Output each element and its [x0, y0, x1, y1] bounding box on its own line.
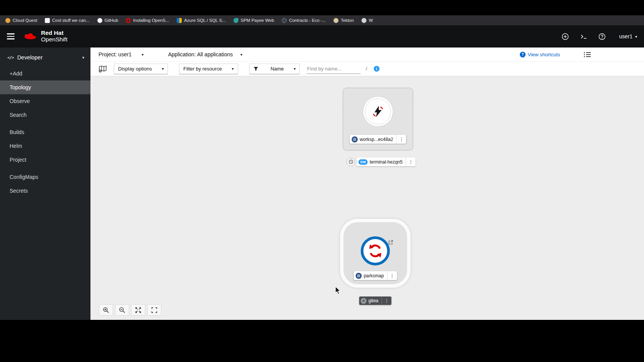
- brand-text: Red Hat OpenShift: [41, 30, 67, 43]
- kebab-menu-icon[interactable]: ⋮: [406, 157, 416, 166]
- devworkspace-badge: DW: [358, 159, 368, 165]
- bookmark-azure-sql[interactable]: Azure SQL / SQL S...: [177, 18, 225, 23]
- zoom-in-button[interactable]: [99, 304, 113, 316]
- nav-toggle-icon[interactable]: [7, 33, 15, 39]
- application-dropdown[interactable]: Application: All applications ▾: [168, 51, 242, 57]
- fit-to-screen-button[interactable]: [131, 304, 145, 316]
- bookmark-cloud-quest[interactable]: Cloud Quest: [5, 18, 37, 23]
- display-options-dropdown[interactable]: Display options ▾: [114, 64, 168, 74]
- kebab-menu-icon[interactable]: ⋮: [381, 296, 391, 305]
- name-filter-dropdown[interactable]: Name ▾: [249, 64, 300, 74]
- project-dropdown-label: Project: user1: [99, 51, 131, 57]
- help-icon[interactable]: [598, 33, 606, 40]
- list-view-icon[interactable]: [584, 52, 591, 57]
- workspace-node-label[interactable]: D worksp...ec48a2 ⋮: [350, 135, 406, 144]
- project-dropdown[interactable]: Project: user1 ▾: [99, 51, 143, 57]
- globe-icon: [361, 18, 366, 23]
- bookmark-label: W: [369, 18, 373, 23]
- bookmark-installing-openshift[interactable]: Installing OpenS...: [126, 18, 169, 23]
- chevron-down-icon: ▾: [141, 52, 143, 57]
- bookmark-spm-payee[interactable]: SPM Payee Web: [233, 18, 274, 23]
- bookmark-contracts[interactable]: Contracts - Eco -...: [282, 18, 326, 23]
- sidebar-item-helm[interactable]: Helm: [0, 139, 90, 153]
- user-menu[interactable]: user1 ▾: [619, 33, 637, 39]
- bookmark-favicon: [5, 18, 10, 23]
- mouse-cursor: [335, 286, 342, 296]
- chevron-down-icon: ▾: [294, 67, 296, 71]
- context-bar: Project: user1 ▾ Application: All applic…: [90, 48, 644, 62]
- topology-control-bar: [99, 304, 161, 316]
- lightning-bolt-icon: [371, 105, 384, 118]
- workspace-node-name: worksp...ec48a2: [360, 137, 393, 142]
- redhat-openshift-logo: Red Hat OpenShift: [24, 30, 67, 43]
- info-icon[interactable]: i: [374, 66, 380, 72]
- bookmark-label: Cloud Quest: [13, 18, 37, 23]
- browser-bookmarks-bar: Cloud Quest Cool stuff we can... GitHub …: [0, 15, 644, 25]
- rolling-update-icon: [367, 243, 383, 259]
- web-terminal-icon[interactable]: [580, 33, 588, 40]
- github-icon: [97, 18, 102, 23]
- export-application-icon[interactable]: [98, 65, 107, 73]
- sidebar-item-builds[interactable]: Builds: [0, 125, 90, 139]
- application-badge: A: [361, 298, 366, 304]
- bookmark-label: SPM Payee Web: [241, 18, 274, 23]
- slash-shortcut-hint: /: [366, 66, 367, 72]
- sidebar-item-configmaps[interactable]: ConfigMaps: [0, 170, 90, 184]
- masthead-toolbar: user1 ▾: [562, 33, 637, 40]
- application-dropdown-label: Application: All applications: [168, 51, 233, 57]
- perspective-switcher[interactable]: </> Developer ▾: [0, 48, 90, 67]
- chevron-down-icon: ▾: [635, 34, 637, 39]
- view-shortcuts-link[interactable]: ? View shortcuts: [520, 52, 560, 57]
- masthead: Red Hat OpenShift user1 ▾: [0, 25, 644, 48]
- perspective-label: Developer: [17, 54, 43, 61]
- deployment-badge: D: [356, 273, 362, 279]
- display-options-label: Display options: [118, 66, 152, 72]
- sidebar-item-search[interactable]: Search: [0, 108, 90, 122]
- bookmark-favicon: [177, 18, 182, 23]
- sidebar-item-topology[interactable]: Topology: [0, 80, 90, 94]
- quick-create-icon[interactable]: [562, 33, 569, 40]
- find-by-name-input[interactable]: [306, 64, 361, 74]
- bookmark-label: Azure SQL / SQL S...: [184, 18, 225, 23]
- kebab-menu-icon[interactable]: ⋮: [396, 135, 406, 144]
- terminal-node-row: DW terminal-hezqn5 ⋮: [347, 157, 416, 166]
- workspace-node-circle[interactable]: [363, 96, 393, 127]
- topology-canvas[interactable]: D worksp...ec48a2 ⋮ DW terminal-hezqn5 ⋮: [90, 76, 644, 320]
- filter-by-resource-dropdown[interactable]: Filter by resource ▾: [179, 64, 238, 74]
- workspace-node[interactable]: D worksp...ec48a2 ⋮: [343, 88, 413, 151]
- brand-red-hat: Red Hat: [41, 30, 67, 36]
- sidebar-item-add[interactable]: +Add: [0, 67, 90, 80]
- zoom-out-button[interactable]: [115, 304, 129, 316]
- parksmap-node-label[interactable]: D parksmap ⋮: [354, 271, 397, 280]
- reset-view-button[interactable]: [147, 304, 161, 316]
- sidebar-item-project[interactable]: Project: [0, 153, 90, 167]
- bookmark-cool-stuff[interactable]: Cool stuff we can...: [45, 18, 90, 23]
- chevron-down-icon: ▾: [82, 55, 84, 60]
- app-frame: </> Developer ▾ +Add Topology Observe Se…: [0, 48, 644, 320]
- sidebar: </> Developer ▾ +Add Topology Observe Se…: [0, 48, 90, 320]
- question-circle-icon: ?: [520, 52, 526, 57]
- bookmark-label: Tekton: [341, 18, 354, 23]
- terminal-node-label[interactable]: DW terminal-hezqn5 ⋮: [356, 157, 416, 166]
- bookmark-label: Installing OpenS...: [133, 18, 169, 23]
- filter-by-resource-label: Filter by resource: [183, 66, 222, 72]
- name-filter-label: Name: [271, 66, 284, 72]
- bookmark-label: GitHub: [105, 18, 118, 23]
- chevron-down-icon: ▾: [240, 52, 242, 57]
- devworkspace-decorator-icon[interactable]: [347, 158, 355, 166]
- globe-icon: [282, 18, 287, 23]
- sidebar-item-observe[interactable]: Observe: [0, 94, 90, 108]
- parksmap-node-name: parksmap: [364, 273, 384, 278]
- sidebar-item-secrets[interactable]: Secrets: [0, 184, 90, 198]
- bookmark-favicon: [233, 18, 238, 23]
- developer-perspective-icon: </>: [7, 55, 14, 60]
- context-bar-right: ? View shortcuts: [520, 52, 636, 57]
- chevron-down-icon: ▾: [232, 67, 234, 71]
- gitea-application-label[interactable]: A gitea ⋮: [359, 296, 391, 305]
- bookmark-w[interactable]: W: [361, 18, 373, 23]
- parksmap-node[interactable]: D parksmap ⋮: [340, 219, 411, 288]
- bookmark-tekton[interactable]: Tekton: [334, 18, 354, 23]
- bookmark-favicon: [334, 18, 338, 23]
- kebab-menu-icon[interactable]: ⋮: [387, 271, 397, 280]
- bookmark-github[interactable]: GitHub: [97, 18, 118, 23]
